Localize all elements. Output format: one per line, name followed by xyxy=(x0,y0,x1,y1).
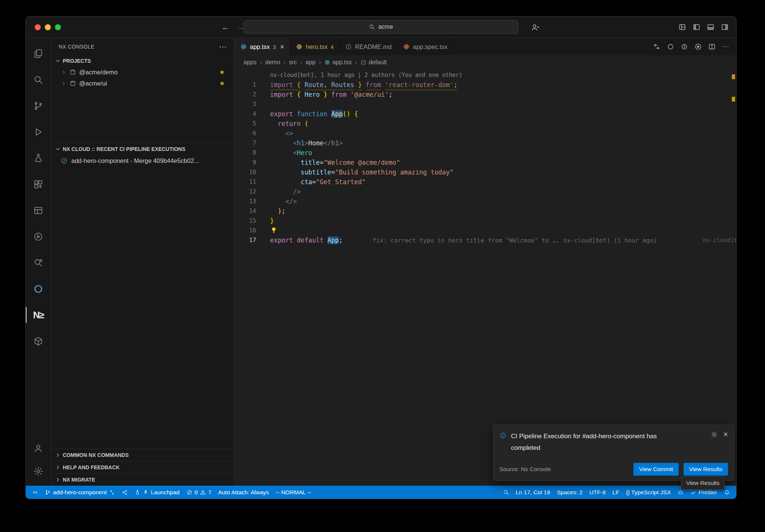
testing-icon[interactable] xyxy=(26,145,51,171)
code-line-9[interactable]: 9 title="Welcome @acme/demo" xyxy=(235,158,736,167)
code-line-5[interactable]: 5 return ( xyxy=(235,119,736,129)
code-line-2[interactable]: 2import { Hero } from '@acme/ui'; xyxy=(235,90,736,99)
problems-item[interactable]: 07 xyxy=(183,486,215,499)
minimize-window-button[interactable] xyxy=(45,24,51,30)
auto-attach-item[interactable]: Auto Attach: Always xyxy=(215,486,272,499)
eol-item[interactable]: LF xyxy=(609,486,623,499)
code-line-11[interactable]: 11 cta="Get Started" xyxy=(235,177,736,187)
toggle-panel-icon[interactable] xyxy=(707,23,715,31)
code-line-1[interactable]: 1import { Route, Routes } from 'react-ro… xyxy=(235,80,736,90)
code-line-12[interactable]: 12 /> xyxy=(235,187,736,197)
line-number[interactable]: 13 xyxy=(235,197,270,206)
code-line-15[interactable]: 15} xyxy=(235,216,736,226)
tab-app.tsx[interactable]: app.tsx3× xyxy=(235,38,290,55)
code-line-6[interactable]: 6 <> xyxy=(235,129,736,138)
line-number[interactable]: 16 xyxy=(235,226,270,235)
breadcrumb-item-app[interactable]: app xyxy=(306,59,316,66)
line-number[interactable]: 7 xyxy=(235,138,270,148)
command-center-search[interactable]: acme xyxy=(244,20,518,34)
section-header-nx-migrate[interactable]: NX MIGRATE xyxy=(51,473,234,486)
line-number[interactable]: 8 xyxy=(235,148,270,158)
search-settings-icon[interactable] xyxy=(26,250,51,276)
breadcrumb-item-default[interactable]: default xyxy=(360,59,387,66)
code-line-7[interactable]: 7 <h1>Home</h1> xyxy=(235,138,736,148)
search-icon[interactable] xyxy=(26,66,51,93)
projects-section-header[interactable]: PROJECTS xyxy=(51,55,234,66)
breadcrumb-item-app.tsx[interactable]: app.tsx xyxy=(324,59,352,66)
section-header-common-nx-commands[interactable]: COMMON NX COMMANDS xyxy=(51,449,234,461)
package-explorer-icon[interactable] xyxy=(26,328,51,354)
code-line-3[interactable]: 3 xyxy=(235,99,736,109)
vim-mode-item[interactable]: -- NORMAL -- xyxy=(272,486,315,499)
run-debug-icon[interactable] xyxy=(26,119,51,145)
notification-settings-icon[interactable] xyxy=(711,431,718,438)
outline-icon[interactable] xyxy=(667,43,674,50)
line-number[interactable]: 14 xyxy=(235,206,270,216)
remote-window-icon[interactable] xyxy=(26,197,51,223)
tab-close-icon[interactable]: × xyxy=(280,43,285,50)
toggle-secondary-sidebar-icon[interactable] xyxy=(721,23,729,31)
code-line-4[interactable]: 4export function App() { xyxy=(235,109,736,119)
blame-annotation[interactable]: nx-cloud[bot], 1 hour ago | 2 authors (Y… xyxy=(235,70,736,80)
line-number[interactable]: 4 xyxy=(235,109,270,119)
back-icon[interactable]: ← xyxy=(222,16,230,38)
source-control-icon[interactable] xyxy=(26,93,51,119)
line-number[interactable]: 9 xyxy=(235,158,270,167)
run-task-icon[interactable] xyxy=(26,223,51,250)
line-number[interactable]: 1 xyxy=(235,80,270,90)
more-actions-icon[interactable]: ⋯ xyxy=(219,42,227,51)
breadcrumb[interactable]: apps›demo›src›app›app.tsx›default xyxy=(235,55,736,69)
line-number[interactable]: 3 xyxy=(235,99,270,109)
project-item-@acme/demo[interactable]: @acme/demo xyxy=(51,66,234,78)
tab-app.spec.tsx[interactable]: app.spec.tsx xyxy=(397,38,453,55)
zoom-window-button[interactable] xyxy=(55,24,61,30)
line-number[interactable]: 10 xyxy=(235,167,270,177)
lightbulb-icon[interactable] xyxy=(270,226,278,234)
line-number[interactable]: 11 xyxy=(235,177,270,187)
project-item-@acme/ui[interactable]: @acme/ui xyxy=(51,78,234,89)
view-commit-button[interactable]: View Commit xyxy=(634,463,679,476)
cursor-position-item[interactable]: Ln 17, Col 19 xyxy=(512,486,554,499)
code-line-10[interactable]: 10 subtitle="Build something amazing tod… xyxy=(235,167,736,177)
tab-hero.tsx[interactable]: hero.tsx4 xyxy=(290,38,340,55)
toggle-primary-sidebar-icon[interactable] xyxy=(693,23,700,31)
code-line-16[interactable]: 16 xyxy=(235,226,736,235)
view-results-button[interactable]: View Results xyxy=(684,463,728,476)
customize-layout-icon[interactable] xyxy=(678,23,686,31)
close-window-button[interactable] xyxy=(35,24,41,30)
remote-indicator[interactable] xyxy=(29,486,41,499)
section-header-help-and-feedback[interactable]: HELP AND FEEDBACK xyxy=(51,461,234,473)
language-mode-item[interactable]: {} TypeScript JSX xyxy=(623,486,674,499)
code-line-13[interactable]: 13 </> xyxy=(235,197,736,206)
code-editor[interactable]: nx-cloud[bot], 1 hour ago | 2 authors (Y… xyxy=(235,69,736,486)
pipeline-execution-item[interactable]: add-hero-component - Merge 409b44e5cb02.… xyxy=(51,155,234,167)
settings-gear-icon[interactable] xyxy=(26,460,51,483)
code-line-17[interactable]: 17export default App;fix: correct typo i… xyxy=(235,235,736,245)
accounts-icon[interactable] xyxy=(531,16,540,38)
breadcrumb-item-src[interactable]: src xyxy=(289,59,297,66)
line-number[interactable]: 5 xyxy=(235,119,270,129)
breadcrumb-item-apps[interactable]: apps xyxy=(244,59,257,66)
notification-close-icon[interactable]: × xyxy=(723,430,728,439)
edge-devtools-icon[interactable] xyxy=(26,276,51,302)
tab-README.md[interactable]: README.md xyxy=(340,38,397,55)
line-number[interactable]: 2 xyxy=(235,90,270,99)
run-below-icon[interactable] xyxy=(681,43,688,50)
run-file-icon[interactable] xyxy=(694,43,702,50)
git-branch-item[interactable]: add-hero-component xyxy=(41,486,118,499)
line-number[interactable]: 15 xyxy=(235,216,270,226)
extensions-icon[interactable] xyxy=(26,171,51,197)
line-number[interactable]: 12 xyxy=(235,187,270,197)
explorer-icon[interactable] xyxy=(26,40,51,66)
split-editor-icon[interactable] xyxy=(708,43,716,50)
more-actions-icon[interactable] xyxy=(722,43,730,50)
nx-cloud-section-header[interactable]: NX CLOUD :: RECENT CI PIPELINE EXECUTION… xyxy=(51,142,234,155)
code-line-8[interactable]: 8 <Hero xyxy=(235,148,736,158)
indentation-item[interactable]: Spaces: 2 xyxy=(554,486,586,499)
accounts-icon[interactable] xyxy=(26,436,51,460)
encoding-item[interactable]: UTF-8 xyxy=(586,486,609,499)
open-changes-icon[interactable] xyxy=(653,43,660,50)
code-line-14[interactable]: 14 ); xyxy=(235,206,736,216)
nx-console-icon[interactable]: N≥ xyxy=(26,302,51,328)
git-graph-item[interactable] xyxy=(118,486,131,499)
